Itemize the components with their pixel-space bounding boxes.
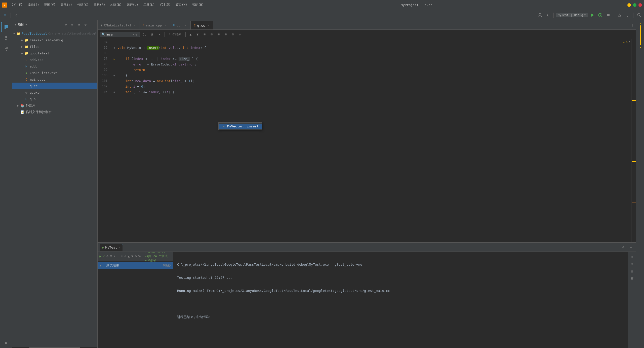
run-clock-button[interactable]: ⊙ xyxy=(135,253,137,259)
more-tabs-button[interactable]: ⋮ xyxy=(628,21,636,29)
q-cc-tab-close[interactable]: ✕ xyxy=(207,24,210,27)
menu-vcs[interactable]: VCS(S) xyxy=(158,2,173,8)
tree-item-googletest[interactable]: ▶ 📁 googletest xyxy=(12,50,97,56)
menu-navigate[interactable]: 导航(N) xyxy=(59,2,74,8)
search-next-button[interactable]: ▼ xyxy=(195,32,200,37)
tree-item-q-h[interactable]: H q.h xyxy=(12,96,97,102)
q-h-tab-close[interactable]: ✕ xyxy=(184,23,187,27)
panel-close-button[interactable]: — xyxy=(628,244,634,250)
run-filter-button[interactable]: ⊟ xyxy=(110,253,112,259)
debug-button[interactable] xyxy=(597,12,604,19)
tree-root[interactable]: ▼ 📁 PassTestLocal C:\_projetcs\XianyuBos… xyxy=(12,30,97,37)
tree-item-q-cc[interactable]: C q.cc xyxy=(12,83,97,89)
panel-tool-2[interactable]: ⊟ xyxy=(629,261,635,267)
search-prev-button[interactable]: ▲ xyxy=(188,32,193,37)
expand-errors-icon[interactable]: ∧ xyxy=(629,40,630,44)
tree-item-add-h[interactable]: H add.h xyxy=(12,63,97,69)
maximize-button[interactable] xyxy=(633,3,636,7)
search-regex-button[interactable]: ★ xyxy=(156,31,163,38)
run-stop-button[interactable]: ⊘ xyxy=(106,253,109,259)
run-more-button[interactable]: ≫ xyxy=(138,253,142,259)
run-down-nav-button[interactable]: ▼ xyxy=(131,253,134,259)
tree-item-main-cpp[interactable]: C main.cpp xyxy=(12,76,97,83)
search-refresh-button[interactable]: ↺ xyxy=(135,33,137,36)
profile-button[interactable] xyxy=(536,12,543,19)
tree-item-cmake-build[interactable]: ▶ 📁 cmake-build-debug xyxy=(12,37,97,43)
code-editor[interactable]: 94 95 ◀ void MyVector::insert(int value,… xyxy=(98,39,631,242)
search-filter-button[interactable]: ▽ xyxy=(237,32,243,37)
menu-run[interactable]: 运行(U) xyxy=(125,2,140,8)
run-up-nav-button[interactable]: ▲ xyxy=(128,253,130,259)
panel-tool-4[interactable]: 🗑 xyxy=(629,275,635,281)
autocomplete-item-insert[interactable]: m MyVector::insert xyxy=(219,124,262,129)
build-button[interactable] xyxy=(616,12,623,19)
explorer-button[interactable] xyxy=(1,22,11,32)
tab-cmakelists[interactable]: ▲ CMakeLists.txt ✕ xyxy=(98,21,140,29)
menu-file[interactable]: 文件(F) xyxy=(9,2,25,8)
search-multiline-button[interactable]: ⊟ xyxy=(209,32,214,37)
search-word-button[interactable]: W xyxy=(149,31,155,38)
stop-button[interactable] xyxy=(605,12,612,19)
fold-arrow-103[interactable]: ◀ xyxy=(113,91,115,93)
menu-build[interactable]: 构建(B) xyxy=(108,2,124,8)
panel-tool-1[interactable]: ⊞ xyxy=(629,254,635,260)
tab-main-cpp[interactable]: C main.cpp ✕ xyxy=(140,21,170,29)
more-actions-button[interactable]: ⋮ xyxy=(624,12,631,19)
settings-sidebar-button[interactable]: ⚙ xyxy=(83,22,88,27)
cmakelists-tab-close[interactable]: ✕ xyxy=(133,23,137,27)
search-clear-button[interactable]: ✕ xyxy=(133,33,134,36)
tree-item-add-cpp[interactable]: C add.cpp xyxy=(12,56,97,63)
autocomplete-popup[interactable]: m MyVector::insert xyxy=(218,122,262,130)
search-split-button[interactable]: ⊞ xyxy=(223,32,228,37)
locate-file-button[interactable]: ⊕ xyxy=(63,22,69,27)
run-panel-tab[interactable]: ▶ MyTest ✕ xyxy=(100,244,123,251)
sort-button[interactable]: ⊞ xyxy=(76,22,82,27)
menu-help[interactable]: 帮助(H) xyxy=(190,2,206,8)
settings-button[interactable] xyxy=(1,338,11,348)
tab-q-h[interactable]: H q.h ✕ xyxy=(170,21,191,29)
search-case-button[interactable]: Cc xyxy=(141,31,147,38)
menu-code[interactable]: 代码(C) xyxy=(75,2,91,8)
menu-refactor[interactable]: 重构(R) xyxy=(92,2,107,8)
search-close-button[interactable]: ⊡ xyxy=(230,32,235,37)
tab-q-cc[interactable]: C q.cc ✕ xyxy=(191,21,213,29)
menu-window[interactable]: 窗口(W) xyxy=(174,2,189,8)
run-diff-button[interactable]: ≠ xyxy=(124,253,127,259)
run-again-button[interactable]: ▶ xyxy=(99,253,102,259)
structure-button[interactable] xyxy=(1,44,11,54)
tree-item-q-exe[interactable]: ⚙ q.exe xyxy=(12,89,97,96)
search-button[interactable] xyxy=(635,12,642,19)
main-cpp-tab-close[interactable]: ✕ xyxy=(164,23,167,27)
tree-item-external-libs[interactable]: ▶ 📚 外部库 xyxy=(12,102,97,109)
menu-tools[interactable]: 工具(L) xyxy=(141,2,157,8)
back-button[interactable] xyxy=(13,12,20,19)
fold-arrow-100[interactable]: ◀ xyxy=(113,74,115,77)
file-tree: ▼ 📁 PassTestLocal C:\_projetcs\XianyuBos… xyxy=(12,29,97,347)
run-equal-button[interactable]: ≡ xyxy=(120,253,123,259)
tree-item-temp[interactable]: 📝 临时文件和控制台 xyxy=(12,109,97,115)
fold-arrow-95[interactable]: ◀ xyxy=(113,46,115,49)
menu-view[interactable]: 视图(V) xyxy=(42,2,58,8)
run-sort-up-button[interactable]: ↑ xyxy=(113,253,116,259)
run-sort-down-button[interactable]: ↓ xyxy=(117,253,119,259)
search-input[interactable] xyxy=(106,32,132,36)
tree-item-files[interactable]: ▶ 📁 files xyxy=(12,43,97,50)
run-config-selector[interactable]: MyTest | Debug ▼ xyxy=(556,13,588,17)
git-button[interactable] xyxy=(1,33,11,43)
search-wrap-button[interactable]: ⊡ xyxy=(202,32,207,37)
collapse-all-button[interactable]: ⊟ xyxy=(70,22,75,27)
navigate-back-button[interactable] xyxy=(544,12,551,19)
minimize-button[interactable] xyxy=(627,3,631,7)
expand-sidebar-button[interactable]: — xyxy=(89,22,95,27)
tree-item-cmakelists[interactable]: ▲ CMakeLists.txt xyxy=(12,69,97,76)
close-button[interactable] xyxy=(638,3,642,7)
run-tree-item-results[interactable]: ▼ ✓ 测试结果 0毫秒 xyxy=(98,262,173,269)
search-words-button[interactable]: ⊠ xyxy=(216,32,221,37)
run-button[interactable] xyxy=(589,12,596,19)
panel-settings-button[interactable]: ⚙ xyxy=(620,244,626,250)
panel-tool-3[interactable]: 🖨 xyxy=(629,268,635,274)
menu-edit[interactable]: 编辑(E) xyxy=(26,2,41,8)
project-view-button[interactable]: ≡ xyxy=(2,12,9,19)
run-check-button[interactable]: ✓ xyxy=(103,253,105,259)
run-tab-close[interactable]: ✕ xyxy=(118,246,120,249)
